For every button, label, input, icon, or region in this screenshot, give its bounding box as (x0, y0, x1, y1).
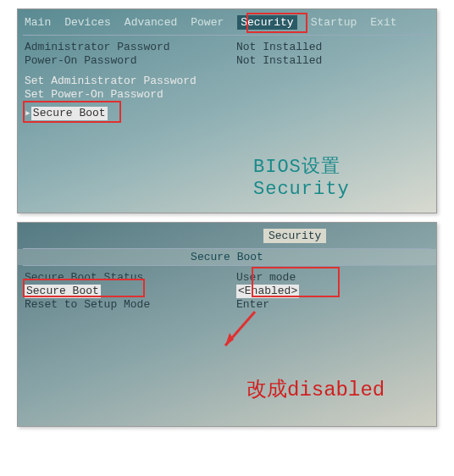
svg-line-0 (225, 312, 255, 346)
tab-exit[interactable]: Exit (370, 16, 396, 29)
menu-bar-2: Security (18, 223, 436, 248)
secure-boot-option-label[interactable]: Secure Boot (25, 285, 236, 298)
admin-password-value: Not Installed (236, 41, 429, 54)
secure-boot-header: Secure Boot (18, 249, 436, 265)
poweron-password-value: Not Installed (236, 54, 429, 68)
secure-boot-menu[interactable]: ▸Secure Boot (25, 107, 108, 120)
svg-marker-1 (225, 333, 234, 346)
tab-devices[interactable]: Devices (64, 16, 111, 29)
menu-bar: Main Devices Advanced Power Security Sta… (18, 9, 436, 35)
tab-main[interactable]: Main (25, 16, 51, 29)
secure-boot-option-value[interactable]: <Enabled> (236, 285, 429, 298)
poweron-password-label: Power-On Password (25, 54, 236, 68)
set-admin-password[interactable]: Set Administrator Password (25, 75, 236, 88)
annotation-text-2: 改成disabled (246, 375, 385, 402)
tab-power[interactable]: Power (191, 16, 224, 29)
tab-security-2[interactable]: Security (263, 229, 326, 243)
secure-boot-status-label: Secure Boot Status (25, 271, 236, 285)
reset-setup-mode-value: Enter (236, 298, 429, 312)
set-poweron-password[interactable]: Set Power-On Password (25, 88, 236, 102)
annotation-text-1: BIOS设置 Security (253, 153, 436, 200)
bios-screenshot-1: Lenovo BIOS Setup Utility Main Devices A… (17, 8, 437, 213)
bios-screenshot-2: Lenovo BIOS Setup Utility Security Secur… (17, 222, 437, 427)
secure-boot-status-value: User mode (236, 271, 429, 285)
tab-security[interactable]: Security (237, 15, 296, 30)
admin-password-label: Administrator Password (25, 41, 236, 54)
tab-startup[interactable]: Startup (311, 16, 357, 29)
reset-setup-mode-label[interactable]: Reset to Setup Mode (25, 298, 236, 312)
tab-advanced[interactable]: Advanced (125, 16, 177, 29)
